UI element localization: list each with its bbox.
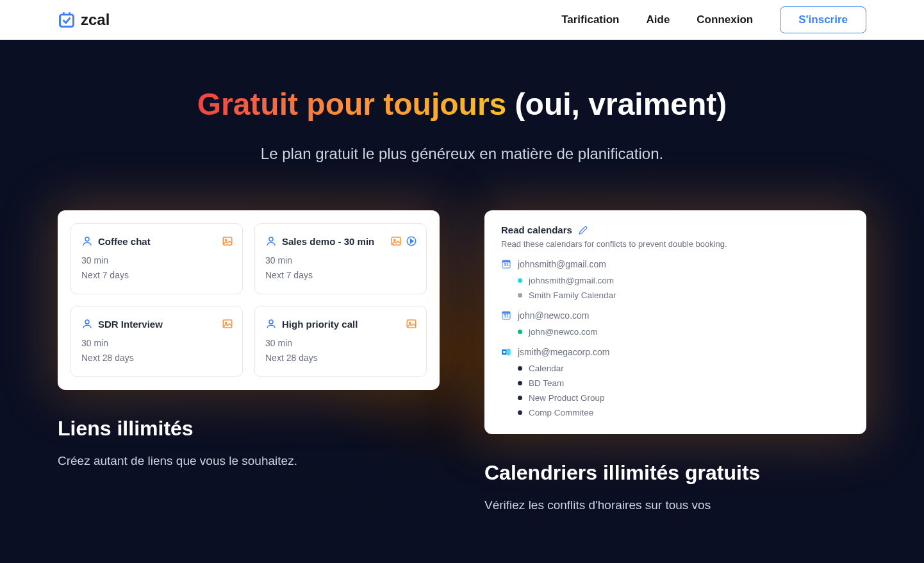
calendar-item[interactable]: Comp Commitee bbox=[518, 405, 850, 420]
calendar-account-email: john@newco.com bbox=[518, 310, 590, 321]
svg-point-11 bbox=[226, 323, 227, 324]
calendar-item-name: New Product Group bbox=[529, 393, 605, 403]
person-icon bbox=[81, 318, 93, 330]
meeting-range: Next 28 days bbox=[81, 351, 232, 365]
calendars-desc: Read these calendars for conflicts to pr… bbox=[501, 239, 850, 249]
calendar-item[interactable]: Smith Family Calendar bbox=[518, 288, 850, 303]
calendar-item-name: Comp Commitee bbox=[529, 408, 593, 417]
hero-title-gradient: Gratuit pour toujours bbox=[197, 87, 507, 121]
svg-point-9 bbox=[85, 320, 89, 324]
meeting-title: High priority call bbox=[282, 319, 358, 330]
meeting-range: Next 28 days bbox=[265, 351, 416, 365]
meeting-card[interactable]: Coffee chat30 minNext 7 days bbox=[70, 223, 243, 294]
meeting-title: Coffee chat bbox=[98, 236, 151, 247]
logo-link[interactable]: zcal bbox=[58, 11, 110, 29]
meeting-card[interactable]: Sales demo - 30 min30 minNext 7 days bbox=[254, 223, 427, 294]
color-dot bbox=[518, 381, 522, 385]
hero: Gratuit pour toujours (oui, vraiment) Le… bbox=[58, 85, 866, 165]
hero-title: Gratuit pour toujours (oui, vraiment) bbox=[58, 85, 866, 124]
meeting-title: Sales demo - 30 min bbox=[282, 236, 374, 247]
logo-text: zcal bbox=[81, 11, 110, 29]
meeting-duration: 30 min bbox=[81, 253, 232, 267]
feature-unlimited-links: Coffee chat30 minNext 7 daysSales demo -… bbox=[58, 210, 440, 515]
meeting-title: SDR Interview bbox=[98, 319, 163, 330]
main-section: Gratuit pour toujours (oui, vraiment) Le… bbox=[0, 40, 924, 563]
meeting-card[interactable]: SDR Interview30 minNext 28 days bbox=[70, 306, 243, 377]
svg-text:31: 31 bbox=[504, 263, 509, 267]
svg-point-12 bbox=[269, 320, 273, 324]
person-icon bbox=[81, 235, 93, 247]
calendar-item-name: BD Team bbox=[529, 378, 564, 388]
feature-unlimited-calendars: Read calendars Read these calendars for … bbox=[484, 210, 866, 515]
image-icon bbox=[222, 318, 233, 330]
calendar-item[interactable]: johnsmith@gmail.com bbox=[518, 273, 850, 288]
color-dot bbox=[518, 330, 522, 334]
calendar-account[interactable]: jsmith@megacorp.com bbox=[501, 347, 850, 357]
person-icon bbox=[265, 318, 277, 330]
meeting-range: Next 7 days bbox=[265, 268, 416, 282]
calendar-item[interactable]: Calendar bbox=[518, 361, 850, 376]
svg-point-23 bbox=[503, 351, 506, 353]
calendar-logo-icon bbox=[58, 11, 76, 29]
site-header: zcal Tarification Aide Connexion S'inscr… bbox=[0, 0, 924, 40]
meeting-card[interactable]: High priority call30 minNext 28 days bbox=[254, 306, 427, 377]
calendar-item-name: johnsmith@gmail.com bbox=[529, 276, 614, 285]
google-calendar-icon: 31 bbox=[501, 259, 511, 269]
calendars-panel: Read calendars Read these calendars for … bbox=[484, 210, 866, 434]
image-icon bbox=[222, 235, 233, 247]
image-icon bbox=[406, 318, 417, 330]
main-nav: Tarification Aide Connexion S'inscrire bbox=[561, 6, 866, 33]
color-dot bbox=[518, 366, 522, 371]
svg-point-6 bbox=[394, 240, 395, 241]
google-calendar-icon: 31 bbox=[501, 310, 511, 321]
calendar-item[interactable]: BD Team bbox=[518, 376, 850, 391]
signup-button[interactable]: S'inscrire bbox=[780, 6, 866, 33]
hero-title-rest: (oui, vraiment) bbox=[506, 87, 727, 121]
meeting-duration: 30 min bbox=[81, 336, 232, 350]
hero-subtitle: Le plan gratuit le plus généreux en mati… bbox=[58, 142, 866, 165]
color-dot bbox=[518, 410, 522, 415]
pencil-icon[interactable] bbox=[579, 226, 588, 235]
image-icon bbox=[390, 235, 402, 247]
svg-point-4 bbox=[269, 237, 273, 241]
svg-text:31: 31 bbox=[504, 314, 509, 319]
calendar-account-email: johnsmith@gmail.com bbox=[518, 259, 606, 269]
color-dot bbox=[518, 278, 522, 283]
calendar-item[interactable]: john@newco.com bbox=[518, 324, 850, 339]
svg-point-3 bbox=[226, 240, 227, 241]
nav-login[interactable]: Connexion bbox=[697, 13, 753, 26]
nav-help[interactable]: Aide bbox=[647, 13, 670, 26]
feature-left-desc: Créez autant de liens que vous le souhai… bbox=[58, 452, 440, 471]
meeting-range: Next 7 days bbox=[81, 268, 232, 282]
meetings-panel: Coffee chat30 minNext 7 daysSales demo -… bbox=[58, 210, 440, 390]
svg-rect-22 bbox=[507, 349, 511, 356]
color-dot bbox=[518, 396, 522, 400]
calendar-account-email: jsmith@megacorp.com bbox=[518, 347, 609, 357]
svg-marker-8 bbox=[411, 239, 414, 243]
feature-right-title: Calendriers illimités gratuits bbox=[484, 461, 866, 485]
calendar-item-name: Smith Family Calendar bbox=[529, 290, 616, 300]
calendars-title: Read calendars bbox=[501, 224, 572, 235]
calendar-account[interactable]: 31john@newco.com bbox=[501, 310, 850, 321]
calendar-item[interactable]: New Product Group bbox=[518, 391, 850, 405]
record-icon bbox=[406, 235, 417, 247]
nav-pricing[interactable]: Tarification bbox=[561, 13, 619, 26]
meeting-duration: 30 min bbox=[265, 336, 416, 350]
feature-right-desc: Vérifiez les conflits d'horaires sur tou… bbox=[484, 496, 866, 515]
features-row: Coffee chat30 minNext 7 daysSales demo -… bbox=[58, 210, 866, 515]
meeting-duration: 30 min bbox=[265, 253, 416, 267]
calendar-item-name: Calendar bbox=[529, 364, 564, 373]
calendar-account[interactable]: 31johnsmith@gmail.com bbox=[501, 259, 850, 269]
person-icon bbox=[265, 235, 277, 247]
svg-point-1 bbox=[85, 237, 89, 241]
color-dot bbox=[518, 293, 522, 298]
calendar-item-name: john@newco.com bbox=[529, 327, 598, 337]
svg-point-14 bbox=[409, 323, 411, 324]
feature-left-title: Liens illimités bbox=[58, 417, 440, 441]
outlook-icon bbox=[501, 347, 511, 357]
